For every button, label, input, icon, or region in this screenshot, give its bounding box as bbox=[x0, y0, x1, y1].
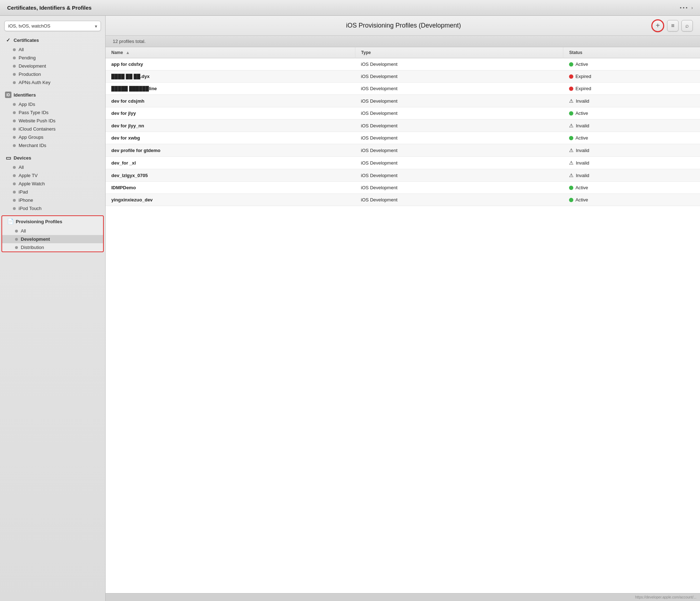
devices-icon: ▭ bbox=[5, 155, 11, 161]
table-row[interactable]: █████ ██████lineiOS DevelopmentExpired bbox=[106, 83, 700, 95]
table-cell-name: dev for xwbg bbox=[106, 132, 355, 144]
sidebar-item-dot bbox=[13, 182, 16, 185]
sidebar-item-label: iPhone bbox=[19, 197, 33, 203]
sidebar-section-header-provisioning: 📄 Provisioning Profiles bbox=[2, 216, 103, 227]
table-row[interactable]: dev for jlyyiOS DevelopmentActive bbox=[106, 107, 700, 119]
profile-name: IDMPDemo bbox=[111, 185, 136, 190]
sidebar-item-icloud-containers[interactable]: iCloud Containers bbox=[0, 125, 105, 133]
sidebar-item-cert-pending[interactable]: Pending bbox=[0, 54, 105, 62]
identifiers-icon: ID bbox=[5, 92, 11, 98]
table-row[interactable]: dev_for _xliOS Development⚠Invalid bbox=[106, 157, 700, 169]
table-cell-name: dev for jlyy bbox=[106, 107, 355, 119]
sidebar-item-label: Development bbox=[19, 63, 46, 69]
sidebar-item-label: Apple Watch bbox=[19, 181, 45, 186]
status-label: Active bbox=[575, 62, 588, 67]
sidebar-item-label: Pending bbox=[19, 55, 36, 60]
sidebar-item-dot bbox=[13, 81, 16, 84]
table-header: Name ▲ Type Status bbox=[106, 47, 700, 58]
profile-name: █████ ██████line bbox=[111, 86, 157, 91]
sidebar-item-cert-all[interactable]: All bbox=[0, 45, 105, 54]
sidebar-item-label: Development bbox=[21, 236, 50, 242]
table-row[interactable]: dev_lzlgyx_0705iOS Development⚠Invalid bbox=[106, 169, 700, 182]
platform-select[interactable]: iOS, tvOS, watchOS macOS bbox=[4, 21, 101, 31]
sidebar-item-website-push-ids[interactable]: Website Push IDs bbox=[0, 117, 105, 125]
table-cell-type: iOS Development bbox=[355, 83, 563, 95]
sidebar-item-dot bbox=[13, 57, 16, 59]
status-label: Active bbox=[575, 135, 588, 141]
sidebar-item-merchant-ids[interactable]: Merchant IDs bbox=[0, 141, 105, 150]
sidebar-item-label: Merchant IDs bbox=[19, 143, 46, 148]
table-row[interactable]: dev profile for gtdemoiOS Development⚠In… bbox=[106, 144, 700, 157]
table-row[interactable]: IDMPDemoiOS DevelopmentActive bbox=[106, 182, 700, 194]
sidebar-item-label: Pass Type IDs bbox=[19, 110, 49, 115]
sidebar-item-devices-all[interactable]: All bbox=[0, 163, 105, 171]
profiles-count: 12 profiles total. bbox=[113, 39, 146, 44]
table-cell-status: Active bbox=[563, 58, 700, 70]
sidebar-item-provisioning-development[interactable]: Development bbox=[2, 235, 103, 243]
sidebar-item-pass-type-ids[interactable]: Pass Type IDs bbox=[0, 108, 105, 117]
add-button[interactable]: + bbox=[651, 19, 664, 32]
sidebar-item-dot bbox=[13, 144, 16, 147]
sidebar-item-apple-tv[interactable]: Apple TV bbox=[0, 171, 105, 180]
sidebar-item-ipad[interactable]: iPad bbox=[0, 188, 105, 196]
sidebar-section-header-identifiers: ID Identifiers bbox=[0, 89, 105, 100]
sidebar-item-label: iPod Touch bbox=[19, 206, 42, 211]
sidebar-item-provisioning-distribution[interactable]: Distribution bbox=[2, 243, 103, 251]
table-row[interactable]: dev for cdsjmhiOS Development⚠Invalid bbox=[106, 95, 700, 107]
sidebar-item-ipod-touch[interactable]: iPod Touch bbox=[0, 204, 105, 212]
sidebar-section-label-certificates: Certificates bbox=[14, 38, 39, 43]
col-header-name[interactable]: Name ▲ bbox=[106, 47, 355, 58]
sidebar-item-label: APNs Auth Key bbox=[19, 80, 50, 85]
profile-name: dev for cdsjmh bbox=[111, 98, 144, 104]
sidebar-item-dot bbox=[13, 199, 16, 202]
profile-name: dev for xwbg bbox=[111, 135, 140, 141]
profiles-table: Name ▲ Type Status app for cdsfxyiOS Dev… bbox=[106, 47, 700, 206]
sidebar-item-dot bbox=[13, 207, 16, 210]
search-button[interactable]: ⌕ bbox=[681, 20, 693, 31]
profile-name: dev profile for gtdemo bbox=[111, 148, 160, 153]
profiles-count-bar: 12 profiles total. bbox=[106, 36, 700, 47]
table-cell-type: iOS Development bbox=[355, 119, 563, 132]
table-cell-name: dev_lzlgyx_0705 bbox=[106, 169, 355, 182]
table-cell-status: Expired bbox=[563, 83, 700, 95]
filter-button[interactable]: ≡ bbox=[667, 20, 679, 31]
sidebar-item-apple-watch[interactable]: Apple Watch bbox=[0, 180, 105, 188]
sidebar-item-cert-apns[interactable]: APNs Auth Key bbox=[0, 78, 105, 87]
status-badge: ⚠Invalid bbox=[569, 147, 694, 153]
col-header-type[interactable]: Type bbox=[355, 47, 563, 58]
table-cell-name: █████ ██████line bbox=[106, 83, 355, 95]
profile-name: ████ ██ ██.dyx bbox=[111, 74, 150, 79]
sidebar-item-dot bbox=[15, 246, 18, 249]
sidebar-item-provisioning-all[interactable]: All bbox=[2, 227, 103, 235]
sidebar-item-app-groups[interactable]: App Groups bbox=[0, 133, 105, 141]
sidebar-item-label: Distribution bbox=[21, 245, 44, 250]
table-cell-name: dev for jlyy_nn bbox=[106, 119, 355, 132]
sidebar-item-cert-development[interactable]: Development bbox=[0, 62, 105, 70]
status-badge: ⚠Invalid bbox=[569, 123, 694, 128]
table-cell-name: dev for cdsjmh bbox=[106, 95, 355, 107]
table-cell-type: iOS Development bbox=[355, 58, 563, 70]
platform-select-wrapper[interactable]: iOS, tvOS, watchOS macOS bbox=[4, 21, 101, 31]
table-cell-type: iOS Development bbox=[355, 144, 563, 157]
table-cell-status: ⚠Invalid bbox=[563, 95, 700, 107]
table-cell-name: app for cdsfxy bbox=[106, 58, 355, 70]
sidebar-item-iphone[interactable]: iPhone bbox=[0, 196, 105, 204]
sidebar-item-label: App Groups bbox=[19, 135, 43, 140]
table-row[interactable]: yingxinxiezuo_deviOS DevelopmentActive bbox=[106, 194, 700, 206]
table-cell-type: iOS Development bbox=[355, 157, 563, 169]
sidebar-section-label-identifiers: Identifiers bbox=[14, 92, 36, 98]
status-indicator: ⚠ bbox=[569, 160, 574, 166]
table-row[interactable]: dev for jlyy_nniOS Development⚠Invalid bbox=[106, 119, 700, 132]
sidebar-item-cert-production[interactable]: Production bbox=[0, 70, 105, 78]
app-title: Certificates, Identifiers & Profiles bbox=[7, 5, 92, 11]
table-row[interactable]: dev for xwbgiOS DevelopmentActive bbox=[106, 132, 700, 144]
table-cell-name: ████ ██ ██.dyx bbox=[106, 70, 355, 83]
table-row[interactable]: ████ ██ ██.dyxiOS DevelopmentExpired bbox=[106, 70, 700, 83]
sidebar-item-dot bbox=[13, 103, 16, 106]
profile-name: app for cdsfxy bbox=[111, 62, 143, 67]
profile-name: dev for jlyy_nn bbox=[111, 123, 144, 128]
status-badge: Expired bbox=[569, 74, 694, 79]
table-row[interactable]: app for cdsfxyiOS DevelopmentActive bbox=[106, 58, 700, 70]
sidebar-item-app-ids[interactable]: App IDs bbox=[0, 100, 105, 108]
col-header-status[interactable]: Status bbox=[563, 47, 700, 58]
